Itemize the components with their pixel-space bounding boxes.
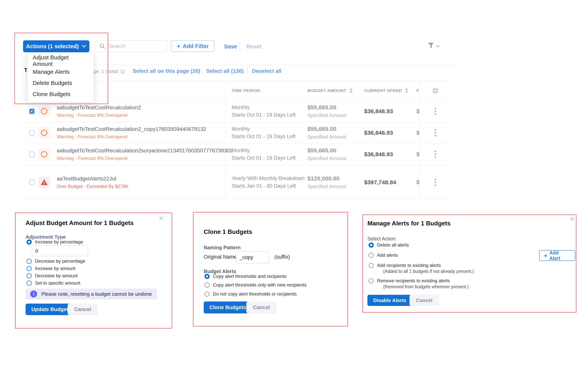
row-checkbox[interactable] <box>29 108 34 114</box>
radio-do-not-copy[interactable] <box>204 292 210 297</box>
budget-amount: $55,665.00 <box>308 147 346 154</box>
select-all-page-link[interactable]: Select all on this page (20) <box>132 68 200 74</box>
menu-item-adjust-budget-amount[interactable]: Adjust Budget Amount <box>28 55 94 66</box>
radio-remove-recipients[interactable] <box>368 278 374 284</box>
col-header-current-spend[interactable]: CURRENT SPEND <box>364 81 408 100</box>
current-spend: $36,846.93 <box>364 151 393 158</box>
save-button[interactable]: Save <box>224 44 237 50</box>
row-checkbox[interactable] <box>29 130 34 136</box>
time-period-detail: Starts Oct 01 - 19 Days Left <box>232 154 296 162</box>
budget-amount-type: Specified Amount <box>308 156 346 162</box>
budget-name[interactable]: aabudgetToTestCostRecalculation2suryaclo… <box>57 148 233 154</box>
table-row: aabudgetToTestCostRecalculation2suryaclo… <box>24 144 452 165</box>
current-spend: $36,846.93 <box>364 130 393 136</box>
gear-icon <box>432 87 439 94</box>
info-icon: i <box>30 290 37 298</box>
original-name-label: Original Name + <box>204 254 241 260</box>
radio-label: Set to specific amount <box>35 280 80 286</box>
radio-delete-all-alerts[interactable] <box>368 242 374 248</box>
row-menu-button[interactable] <box>435 179 436 186</box>
menu-item-delete-budgets[interactable]: Delete Budgets <box>28 78 94 88</box>
alert-triangle-icon <box>38 176 50 188</box>
row-menu-button[interactable] <box>435 151 436 158</box>
table-row: aaTestBudgetAlerts22Jul Over Budget - Ex… <box>24 165 452 200</box>
radio-increase-by-amount[interactable] <box>26 266 32 271</box>
radio-label: Delete all alerts <box>377 242 409 248</box>
radio-add-recipients[interactable] <box>368 263 374 268</box>
selection-divider <box>202 67 202 74</box>
plus-icon: + <box>177 43 180 49</box>
row-menu-button[interactable] <box>435 129 436 136</box>
row-menu-button[interactable] <box>435 108 436 115</box>
budget-amount: $55,665.00 <box>308 104 346 111</box>
column-settings-button[interactable] <box>427 81 444 100</box>
radio-label: Copy alert thresholds only with new reci… <box>213 282 306 288</box>
add-alert-button[interactable]: + Add Alert <box>539 250 575 261</box>
menu-item-clone-budgets[interactable]: Clone Budgets <box>28 88 94 100</box>
time-period-type: Monthly <box>232 147 296 154</box>
radio-label: Copy alert thresholds and recipients <box>213 274 286 279</box>
disable-alerts-button[interactable]: Disable Alerts <box>368 295 412 306</box>
time-period-type: Monthly <box>232 104 296 111</box>
radio-increase-by-percentage[interactable] <box>26 240 32 244</box>
search-input[interactable] <box>108 43 163 50</box>
add-alert-label: Add Alert <box>550 250 571 261</box>
budget-amount-type: Specified Amount <box>308 134 346 140</box>
naming-pattern-label: Naming Pattern <box>204 244 240 250</box>
cancel-button[interactable]: Cancel <box>246 302 276 314</box>
row-checkbox[interactable] <box>29 152 34 157</box>
select-all-link[interactable]: Select all (130) <box>206 68 244 74</box>
sort-icon[interactable] <box>405 88 408 93</box>
dialog-title: Adjust Budget Amount for 1 Budgets <box>26 220 134 226</box>
close-icon[interactable]: × <box>159 214 164 222</box>
radio-add-alerts[interactable] <box>368 253 374 258</box>
sort-icon[interactable] <box>350 88 352 93</box>
forecast-truncated: $ <box>416 151 420 158</box>
table-row: aabudgetToTestCostRecalculation2 Warning… <box>24 100 452 122</box>
budget-amount-type: Specified Amount <box>308 184 346 190</box>
warning-circle-icon <box>38 106 50 117</box>
radio-copy-thresholds-new-recipients[interactable] <box>204 282 210 288</box>
budget-name[interactable]: aabudgetToTestCostRecalculation2 <box>57 104 141 111</box>
search-icon <box>99 43 105 49</box>
clone-budgets-button[interactable]: Clone Budgets <box>204 302 252 314</box>
add-filter-button[interactable]: + Add Filter <box>171 40 214 52</box>
close-icon[interactable]: × <box>570 214 575 223</box>
radio-set-to-specific-amount[interactable] <box>26 280 32 286</box>
radio-label: Increase by amount <box>35 266 76 271</box>
menu-item-manage-alerts[interactable]: Manage Alerts <box>28 66 94 78</box>
budget-status: Warning - Forecast 9% Overspend <box>57 134 206 140</box>
radio-note: (Removed from budgets wherever present.) <box>383 284 469 290</box>
radio-label: Remove recipients to existing alerts <box>377 278 450 284</box>
selection-divider <box>247 67 248 74</box>
row-checkbox[interactable] <box>29 180 34 185</box>
percentage-input[interactable] <box>32 246 88 256</box>
chevron-down-icon <box>82 45 86 48</box>
filter-funnel-icon[interactable] <box>428 42 434 50</box>
reset-note-banner: i Please note, resetting a budget cannot… <box>26 288 157 300</box>
search-field[interactable] <box>96 40 168 52</box>
radio-decrease-by-percentage[interactable] <box>26 259 32 264</box>
time-period-detail: Starts Jan 01 - 80 Days Left <box>232 182 304 190</box>
suffix-input[interactable] <box>236 251 269 264</box>
budget-status: Over Budget - Exceeded By $278K <box>57 184 128 189</box>
budget-name[interactable]: aaTestBudgetAlerts22Jul <box>57 176 128 182</box>
radio-copy-thresholds-recipients[interactable] <box>204 274 210 279</box>
cancel-button[interactable]: Cancel <box>68 304 98 315</box>
manage-alerts-dialog: × Manage Alerts for 1 Budgets Select Act… <box>362 214 575 312</box>
budget-name[interactable]: aabudgetToTestCostRecalculation2_copy176… <box>57 126 206 132</box>
reset-button[interactable]: Reset <box>246 44 262 50</box>
deselect-all-link[interactable]: Deselect all <box>252 68 282 74</box>
radio-label: Do not copy alert thresholds or recipien… <box>213 291 297 297</box>
radio-decrease-by-amount[interactable] <box>26 273 32 278</box>
cancel-button[interactable]: Cancel <box>410 295 439 306</box>
actions-button[interactable]: Actions (1 selected) <box>23 40 89 52</box>
toolbar-divider <box>240 42 240 51</box>
dialog-title: Clone 1 Budgets <box>204 228 252 236</box>
clone-budgets-dialog: Clone 1 Budgets Naming Pattern Original … <box>193 212 347 325</box>
budget-amount: $120,000.00 <box>308 175 346 182</box>
plus-icon: + <box>544 252 548 259</box>
col-header-budget-amount[interactable]: BUDGET AMOUNT <box>308 81 352 100</box>
current-spend: $397,748.94 <box>364 179 396 186</box>
filter-chevron-icon[interactable] <box>436 45 440 48</box>
